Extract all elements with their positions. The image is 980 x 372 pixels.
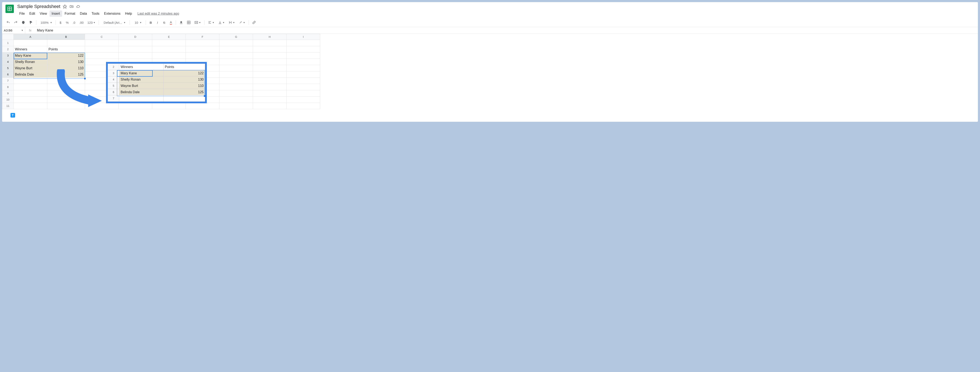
popup-a2: Winners bbox=[119, 64, 163, 70]
menu-format[interactable]: Format bbox=[62, 11, 78, 17]
menu-help[interactable]: Help bbox=[123, 11, 134, 17]
font-dropdown[interactable]: Default (Ari...▼ bbox=[100, 19, 128, 25]
font-size-dropdown[interactable]: 10▼ bbox=[131, 19, 144, 25]
vertical-align-dropdown[interactable]: ▼ bbox=[216, 19, 226, 25]
move-folder-icon[interactable] bbox=[70, 5, 74, 9]
cell-a1[interactable] bbox=[14, 40, 47, 46]
cloud-status-icon[interactable] bbox=[76, 5, 80, 9]
popup-row-5: 5 bbox=[108, 83, 119, 89]
select-all-corner[interactable] bbox=[2, 34, 14, 40]
cell-b3[interactable]: 122 bbox=[47, 52, 85, 59]
undo-button[interactable] bbox=[5, 19, 12, 25]
popup-a6: Belinda Dale bbox=[119, 89, 163, 95]
text-rotation-dropdown[interactable]: ▼ bbox=[237, 19, 247, 25]
svg-rect-8 bbox=[195, 21, 198, 24]
more-formats-dropdown[interactable]: 123▼ bbox=[86, 19, 97, 25]
popup-a3: Mary Kane bbox=[119, 70, 163, 76]
watermark-text: TEMPLATE.NET bbox=[17, 114, 41, 117]
menu-edit[interactable]: Edit bbox=[27, 11, 37, 17]
fx-icon: fx bbox=[25, 29, 35, 32]
popup-row-4: 4 bbox=[108, 76, 119, 83]
popup-row-7: 7 bbox=[108, 95, 119, 102]
cell-b2[interactable]: Points bbox=[47, 46, 85, 52]
borders-button[interactable] bbox=[185, 19, 192, 25]
row-header-5[interactable]: 5 bbox=[2, 65, 14, 72]
svg-marker-15 bbox=[88, 94, 102, 107]
col-header-h[interactable]: H bbox=[253, 34, 286, 40]
popup-b3: 122 bbox=[163, 70, 205, 76]
cell-a5[interactable]: Wayne Burt bbox=[14, 65, 47, 72]
cell-b1[interactable] bbox=[47, 40, 85, 46]
increase-decimal-button[interactable]: .00 bbox=[78, 19, 85, 25]
col-header-e[interactable]: E bbox=[152, 34, 186, 40]
sheets-logo-icon[interactable] bbox=[5, 5, 14, 13]
last-edit-link[interactable]: Last edit was 2 minutes ago bbox=[137, 12, 179, 16]
col-header-d[interactable]: D bbox=[119, 34, 152, 40]
arrow-icon bbox=[54, 69, 103, 111]
fill-color-button[interactable] bbox=[178, 19, 185, 25]
doc-title[interactable]: Sample Spreadsheet bbox=[17, 4, 60, 9]
paint-format-button[interactable] bbox=[27, 19, 35, 25]
popup-b6: 125 bbox=[163, 89, 205, 95]
app-window: Sample Spreadsheet File Edit View Insert… bbox=[2, 2, 978, 122]
menu-view[interactable]: View bbox=[38, 11, 49, 17]
row-header-6[interactable]: 6 bbox=[2, 72, 14, 78]
print-button[interactable] bbox=[20, 19, 27, 25]
text-wrap-dropdown[interactable]: ▼ bbox=[227, 19, 237, 25]
popup-row-3: 3 bbox=[108, 70, 119, 76]
popup-a5: Wayne Burt bbox=[119, 83, 163, 89]
col-header-f[interactable]: F bbox=[186, 34, 220, 40]
cell-a2[interactable]: Winners bbox=[14, 46, 47, 52]
menu-data[interactable]: Data bbox=[78, 11, 89, 17]
row-header-1[interactable]: 1 bbox=[2, 40, 14, 46]
strikethrough-button[interactable]: S bbox=[161, 19, 167, 25]
horizontal-align-dropdown[interactable]: ▼ bbox=[206, 19, 216, 25]
title-area: Sample Spreadsheet File Edit View Insert… bbox=[2, 2, 978, 17]
namebox-row: A3:B6▼ fx Mary Kane bbox=[2, 27, 978, 34]
menu-insert[interactable]: Insert bbox=[49, 11, 62, 17]
menu-file[interactable]: File bbox=[17, 11, 27, 17]
row-header-2[interactable]: 2 bbox=[2, 46, 14, 52]
row-header-11[interactable]: 11 bbox=[2, 103, 14, 109]
popup-a4: Shelly Ronan bbox=[119, 76, 163, 83]
star-icon[interactable] bbox=[63, 5, 67, 9]
row-header-8[interactable]: 8 bbox=[2, 84, 14, 90]
col-header-g[interactable]: G bbox=[220, 34, 253, 40]
popup-b5: 110 bbox=[163, 83, 205, 89]
col-header-i[interactable]: I bbox=[286, 34, 320, 40]
cell-a4[interactable]: Shelly Ronan bbox=[14, 59, 47, 65]
popup-b2: Points bbox=[163, 64, 205, 70]
svg-rect-4 bbox=[180, 24, 183, 24]
popup-b4: 130 bbox=[163, 76, 205, 83]
format-percent-button[interactable]: % bbox=[64, 19, 70, 25]
col-header-c[interactable]: C bbox=[85, 34, 119, 40]
bold-button[interactable]: B bbox=[148, 19, 154, 25]
text-color-button[interactable]: A bbox=[168, 19, 174, 25]
row-header-7[interactable]: 7 bbox=[2, 78, 14, 84]
decrease-decimal-button[interactable]: .0 bbox=[71, 19, 77, 25]
merge-cells-dropdown[interactable]: ▼ bbox=[193, 19, 203, 25]
name-box[interactable]: A3:B6▼ bbox=[2, 27, 25, 33]
redo-button[interactable] bbox=[12, 19, 19, 25]
toolbar: 100%▼ $ % .0 .00 123▼ Default (Ari...▼ 1… bbox=[2, 18, 978, 27]
zoom-dropdown[interactable]: 100%▼ bbox=[38, 19, 54, 25]
popup-preview: 2WinnersPoints 3Mary Kane122 4Shelly Ron… bbox=[106, 62, 207, 103]
row-header-9[interactable]: 9 bbox=[2, 90, 14, 97]
row-header-3[interactable]: 3 bbox=[2, 52, 14, 59]
row-header-4[interactable]: 4 bbox=[2, 59, 14, 65]
cell-a3[interactable]: Mary Kane bbox=[14, 52, 47, 59]
row-header-10[interactable]: 10 bbox=[2, 97, 14, 103]
popup-row-6: 6 bbox=[108, 89, 119, 95]
formula-bar[interactable]: Mary Kane bbox=[35, 29, 978, 32]
cell-b4[interactable]: 130 bbox=[47, 59, 85, 65]
menu-tools[interactable]: Tools bbox=[89, 11, 102, 17]
cell-a6[interactable]: Belinda Dale bbox=[14, 72, 47, 78]
insert-link-button[interactable] bbox=[250, 19, 258, 25]
menu-extensions[interactable]: Extensions bbox=[102, 11, 123, 17]
format-currency-button[interactable]: $ bbox=[57, 19, 64, 25]
popup-selection-handle bbox=[204, 95, 205, 97]
italic-button[interactable]: I bbox=[154, 19, 161, 25]
col-header-b[interactable]: B bbox=[47, 34, 85, 40]
col-header-a[interactable]: A bbox=[14, 34, 47, 40]
menubar: File Edit View Insert Format Data Tools … bbox=[17, 11, 975, 17]
